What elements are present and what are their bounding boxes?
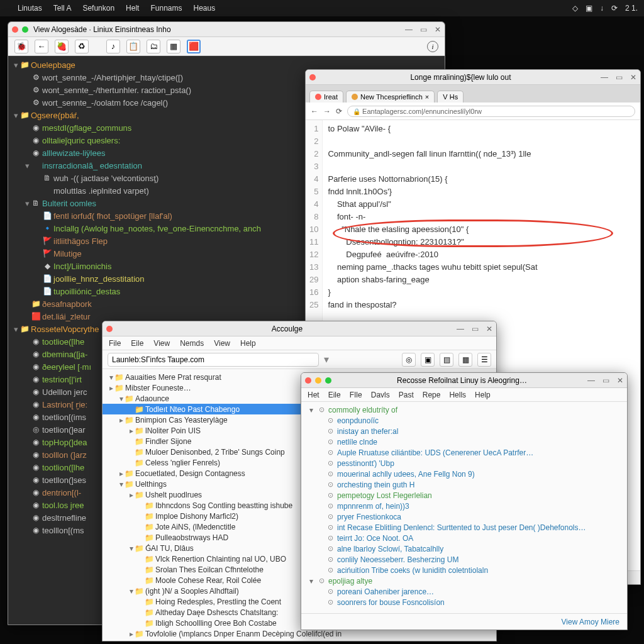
- back-button[interactable]: ←: [35, 40, 48, 53]
- reference-list[interactable]: ▾⊙commolly eldutríty of⊙eonpdunoíïc⊙inis…: [301, 402, 627, 613]
- menu-item[interactable]: View: [214, 339, 230, 348]
- info-icon[interactable]: i: [427, 41, 438, 52]
- disclosure-icon[interactable]: ▾: [12, 60, 19, 70]
- toolbar-button[interactable]: 🗂: [147, 40, 160, 53]
- disclosure-icon[interactable]: ▾: [23, 161, 31, 170]
- toolbar-button[interactable]: ▣: [421, 353, 435, 367]
- code-line[interactable]: to Polaw "AVile- {: [328, 123, 635, 135]
- disclosure-icon[interactable]: ▾: [12, 325, 19, 334]
- menu-item[interactable]: Het: [308, 391, 319, 399]
- url-field[interactable]: 🔒 Eantaplagersc.com|/ennuncinesliîyl0rw: [347, 106, 635, 117]
- fm-titlebar[interactable]: Accoulge — ▭ ✕: [103, 321, 496, 336]
- minimize-icon[interactable]: —: [601, 73, 608, 82]
- list-item[interactable]: ▾⊙commolly eldutríty of: [305, 404, 623, 415]
- code-line[interactable]: fand in thespostal?: [328, 299, 635, 311]
- code-line[interactable]: }: [328, 286, 635, 299]
- disclosure-icon[interactable]: ▾: [12, 111, 19, 120]
- code-line[interactable]: [328, 160, 635, 173]
- tab-close-icon[interactable]: ×: [425, 93, 429, 101]
- status-icon[interactable]: ◇: [572, 4, 578, 13]
- code-line[interactable]: Community_andl-segen fall linun lfarntti…: [328, 148, 635, 160]
- minimize-icon[interactable]: —: [457, 325, 464, 333]
- disclosure-icon[interactable]: ▾: [118, 480, 125, 489]
- code-line[interactable]: Degpufeé aeúvifre-:2010: [328, 248, 635, 261]
- browser-tab[interactable]: Ireat: [309, 91, 343, 103]
- list-item[interactable]: ⊙pempetogy Lost Flegerlelian: [305, 490, 623, 501]
- menu-item[interactable]: Eile: [131, 339, 143, 348]
- back-button[interactable]: ←: [311, 107, 318, 116]
- minimize-icon[interactable]: [315, 377, 321, 384]
- disclosure-icon[interactable]: ▸: [118, 416, 125, 425]
- close-icon[interactable]: [12, 26, 18, 33]
- list-item[interactable]: ⊙conlily Neoesseberr. Besherzing UM: [305, 554, 623, 565]
- disclosure-icon[interactable]: ▾: [308, 406, 314, 414]
- minimize-icon[interactable]: —: [405, 25, 413, 34]
- disclosure-icon[interactable]: ▸: [118, 469, 125, 478]
- close-icon[interactable]: ✕: [630, 73, 636, 82]
- menu-item[interactable]: Davls: [371, 391, 390, 399]
- toolbar-button[interactable]: 📋: [126, 40, 140, 53]
- list-item[interactable]: ⊙mpnnrenm of, hein))3: [305, 501, 623, 511]
- menu-item[interactable]: Help: [475, 391, 491, 399]
- disclosure-icon[interactable]: ▾: [23, 199, 31, 208]
- browser-titlebar[interactable]: Longe mralining)${lew lulo out — ▭ ✕: [306, 70, 640, 85]
- code-line[interactable]: font- -n-: [328, 211, 635, 223]
- restore-icon[interactable]: ▭: [616, 73, 623, 82]
- code-line[interactable]: aption shabs-faring_eage: [328, 274, 635, 286]
- maximize-icon[interactable]: [325, 377, 331, 384]
- menu-item[interactable]: View: [153, 339, 170, 348]
- ide-titlebar[interactable]: View Alogesàde · Liniux Einsintneas Inho…: [8, 22, 445, 37]
- toolbar-button[interactable]: 🐞: [14, 40, 28, 53]
- code-line[interactable]: "Nhale the elasling apeession(10" {: [328, 223, 635, 236]
- code-line[interactable]: fndd lnnlt.1h0Os'}: [328, 186, 635, 198]
- list-item[interactable]: ⊙eonpdunoíïc: [305, 415, 623, 426]
- list-item[interactable]: ⊙pryer Fnestionkoca: [305, 511, 623, 522]
- list-item[interactable]: ⊙pesstinontť) 'Ubp: [305, 458, 623, 469]
- toolbar-button[interactable]: ♪: [106, 40, 120, 53]
- status-icon[interactable]: ⟳: [611, 4, 618, 13]
- list-item[interactable]: ⊙acińuitíon Tribe coeks (w lunidith cole…: [305, 565, 623, 575]
- menu-item[interactable]: Past: [399, 391, 414, 399]
- code-line[interactable]: Parferie uses Nottornabrion(15) {: [328, 173, 635, 186]
- restore-icon[interactable]: ▭: [602, 376, 609, 385]
- menu-item[interactable]: FIle: [350, 391, 362, 399]
- disclosure-icon[interactable]: ▾: [128, 544, 135, 553]
- toolbar-button[interactable]: ▤: [440, 353, 453, 367]
- restore-icon[interactable]: ▭: [420, 25, 427, 34]
- toolbar-button[interactable]: ♻: [75, 40, 89, 53]
- menu-item[interactable]: Help: [240, 339, 256, 348]
- close-icon[interactable]: ✕: [435, 25, 441, 34]
- code-line[interactable]: [328, 135, 635, 148]
- menu-item[interactable]: Hells: [449, 391, 466, 399]
- disclosure-icon[interactable]: ▾: [118, 394, 125, 403]
- disclosure-icon[interactable]: ▾: [308, 577, 314, 586]
- maximize-icon[interactable]: [22, 26, 28, 33]
- menu-item[interactable]: Linutas: [18, 4, 42, 13]
- disclosure-icon[interactable]: ▸: [128, 491, 135, 499]
- browser-tab[interactable]: New Thcesprieflinch×: [346, 91, 435, 103]
- menu-item[interactable]: File: [109, 339, 121, 348]
- location-input[interactable]: [108, 353, 319, 367]
- menu-button[interactable]: ☰: [477, 353, 491, 367]
- list-item[interactable]: ⊙alne lbarloy Sclowí, Tabatcalhlly: [305, 543, 623, 554]
- close-icon[interactable]: [305, 377, 311, 384]
- menu-item[interactable]: Sefunkon: [82, 4, 114, 13]
- code-line[interactable]: neming pame_.thacks tages wuhu tebitt sp…: [328, 261, 635, 274]
- code-line[interactable]: Dsesentbollogntion: 22310131?": [328, 236, 635, 248]
- close-icon[interactable]: [106, 326, 113, 332]
- list-item[interactable]: ⊙netlílе clnde: [305, 436, 623, 447]
- close-icon[interactable]: [309, 74, 316, 80]
- menu-item[interactable]: Repe: [423, 391, 441, 399]
- menu-item[interactable]: Eile: [328, 391, 341, 399]
- toolbar-button[interactable]: ◎: [402, 353, 416, 367]
- menu-item[interactable]: Funnams: [150, 4, 182, 13]
- list-item[interactable]: ⊙inistay an thefer:al: [305, 426, 623, 436]
- list-item[interactable]: ▾⊙epoljiag altye: [305, 575, 623, 586]
- menu-item[interactable]: Heaus: [193, 4, 215, 13]
- disclosure-icon[interactable]: ▾: [108, 373, 114, 382]
- disclosure-icon[interactable]: ▸: [108, 384, 114, 392]
- close-icon[interactable]: ✕: [617, 376, 623, 385]
- view-more-link[interactable]: View Amoy Miere: [562, 618, 619, 626]
- status-icon[interactable]: ▣: [586, 4, 592, 13]
- close-icon[interactable]: ✕: [486, 325, 492, 333]
